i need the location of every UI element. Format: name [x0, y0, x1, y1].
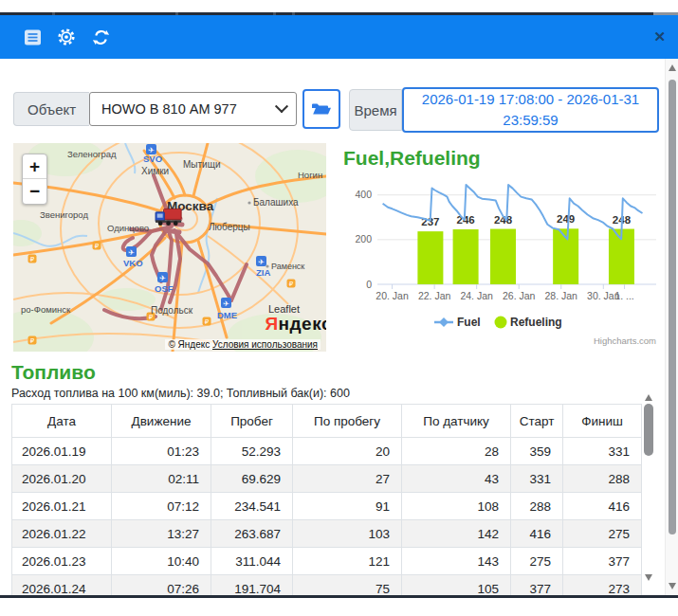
terms-of-use-link[interactable]: Условия использования	[212, 339, 318, 350]
window-border-bottom	[0, 595, 678, 598]
toolbar: ✕	[0, 15, 678, 59]
airport-code-label: SVO	[143, 154, 162, 164]
zoom-in-button[interactable]: +	[23, 154, 46, 179]
page-scrollbar	[665, 59, 678, 595]
chart-title: Fuel,Refueling	[343, 147, 481, 170]
report-list-icon[interactable]	[21, 26, 44, 48]
rouble-icon: ₽	[30, 256, 35, 263]
legend-refueling-label[interactable]: Refueling	[510, 316, 562, 329]
page-scroll-up-arrow[interactable]	[669, 64, 676, 71]
table-cell: 2026.01.24	[12, 575, 112, 596]
table-cell: 311.044	[211, 548, 293, 575]
table-row: 2026.01.2310:40311.044121143275377	[12, 548, 642, 575]
legend-fuel-label[interactable]: Fuel	[457, 316, 481, 329]
table-cell: 331	[563, 438, 642, 465]
rouble-icon: ₽	[205, 318, 210, 325]
table-header-cell: По датчику	[402, 405, 511, 438]
y-axis-tick-label: 200	[355, 233, 372, 245]
table-cell: 234.541	[211, 493, 293, 520]
table-row: 2026.01.2407:26191.70475105377273	[12, 575, 642, 596]
x-axis-tick-label: 20. Jan	[376, 290, 409, 301]
table-scrollbar-thumb[interactable]	[644, 404, 653, 456]
table-cell: 91	[293, 493, 402, 520]
zoom-out-button[interactable]: −	[23, 179, 46, 204]
refresh-icon[interactable]	[89, 26, 112, 48]
table-cell: 13:27	[112, 520, 211, 548]
refueling-bar[interactable]	[417, 231, 443, 284]
map-city-label: Мытищи	[183, 159, 221, 170]
table-header-cell: Старт	[511, 405, 563, 438]
table-header-cell: Дата	[12, 405, 112, 438]
map[interactable]: ₽₽₽₽₽₽ ✈SVO✈VKO✈ZIA✈OSF✈DME ЗеленоградХи…	[13, 143, 326, 352]
fuel-consumption-info: Расход топлива на 100 км(миль): 39.0; То…	[11, 387, 350, 400]
time-selector-group: Время 2026-01-19 17:08:00 - 2026-01-31 2…	[349, 87, 659, 133]
airport-code-label: DME	[217, 310, 237, 320]
table-cell: 143	[402, 548, 511, 575]
table-row: 2026.01.2213:27263.687103142416275	[12, 520, 642, 548]
page-scroll-down-arrow[interactable]	[669, 583, 676, 589]
table-cell: 02:11	[112, 465, 211, 493]
table-cell: 377	[511, 575, 563, 596]
table-cell: 2026.01.19	[12, 438, 112, 465]
table-cell: 121	[293, 548, 402, 575]
airport-code-label: OSF	[155, 283, 174, 294]
map-city-label: Раменск	[271, 262, 304, 271]
table-header-cell: Финиш	[563, 405, 642, 438]
y-axis-tick-label: 400	[355, 189, 372, 200]
x-axis-tick-label: 1. ...	[614, 290, 633, 301]
y-axis-tick-label: 0	[366, 279, 372, 290]
close-icon[interactable]: ✕	[653, 15, 666, 59]
highcharts-credit[interactable]: Highcharts.com	[594, 335, 656, 346]
object-selector-group: Объект HOWO В 810 АМ 977	[13, 89, 340, 129]
time-range-field[interactable]: 2026-01-19 17:08:00 - 2026-01-31 23:59:5…	[402, 87, 659, 133]
table-cell: 01:23	[112, 438, 211, 465]
table-cell: 105	[402, 575, 511, 596]
refueling-bar[interactable]	[490, 229, 516, 284]
table-cell: 377	[563, 548, 642, 575]
scroll-down-arrow[interactable]	[645, 574, 652, 581]
map-city-label: Ногин	[298, 170, 322, 180]
table-cell: 103	[293, 520, 402, 548]
object-label: Объект	[13, 92, 89, 126]
map-city-label: Люберцы	[209, 222, 250, 232]
bar-value-label: 246	[456, 214, 474, 226]
table-cell: 108	[402, 493, 511, 520]
x-axis-tick-label: 28. Jan	[545, 290, 578, 301]
folder-open-icon	[311, 101, 332, 117]
map-city-label: Одинцово	[107, 223, 149, 233]
table-cell: 288	[563, 465, 642, 493]
x-axis-tick-label: 22. Jan	[418, 290, 451, 301]
table-row: 2026.01.1901:2352.2932028359331	[12, 438, 642, 465]
fuel-table-wrap: ДатаДвижениеПробегПо пробегуПо датчикуСт…	[11, 404, 643, 595]
table-cell: 75	[293, 575, 402, 596]
map-city-label: Балашиха	[253, 197, 299, 208]
chevron-down-icon	[275, 100, 288, 113]
airplane-icon: ✈	[128, 248, 135, 257]
fuel-table: ДатаДвижениеПробегПо пробегуПо датчикуСт…	[11, 404, 642, 595]
airplane-icon: ✈	[258, 258, 265, 266]
map-city-label: ро-Фоминск	[21, 304, 71, 315]
table-header-row: ДатаДвижениеПробегПо пробегуПо датчикуСт…	[12, 405, 642, 438]
time-label: Время	[349, 89, 402, 131]
map-copyright: © Яндекс Условия использования	[165, 339, 321, 350]
fuel-chart: 020040020. Jan22. Jan24. Jan26. Jan28. J…	[334, 143, 662, 355]
yandex-logo: Яндекс	[265, 314, 326, 335]
table-cell: 43	[402, 465, 511, 493]
tracker-panel: ✕ Объект HOWO В 810 АМ 977 Время 2026-01…	[0, 0, 678, 616]
airplane-icon: ✈	[223, 299, 229, 308]
settings-gear-icon[interactable]	[55, 26, 78, 48]
bar-value-label: 249	[557, 213, 575, 225]
map-zoom-control: + −	[22, 154, 47, 205]
map-city-dot	[247, 201, 250, 204]
open-folder-button[interactable]	[302, 89, 340, 129]
refueling-bar[interactable]	[453, 229, 479, 284]
table-row: 2026.01.2107:12234.54191108288416	[12, 493, 642, 520]
table-cell: 28	[402, 438, 511, 465]
object-select[interactable]: HOWO В 810 АМ 977	[89, 92, 297, 126]
table-cell: 2026.01.20	[12, 465, 112, 493]
legend-refueling-marker	[495, 317, 507, 329]
page-scrollbar-thumb[interactable]	[669, 80, 676, 534]
x-axis-tick-label: 24. Jan	[460, 290, 493, 301]
scroll-up-arrow[interactable]	[645, 394, 652, 401]
table-cell: 142	[402, 520, 511, 548]
